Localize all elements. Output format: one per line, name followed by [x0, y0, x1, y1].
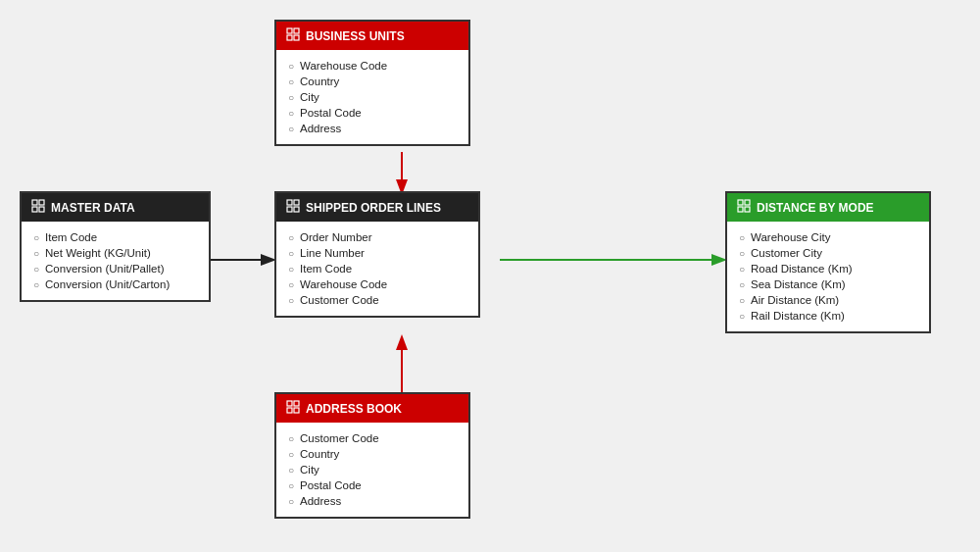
svg-rect-9	[39, 200, 44, 205]
svg-rect-7	[294, 35, 299, 40]
svg-rect-4	[287, 28, 292, 33]
svg-rect-8	[32, 200, 37, 205]
distance-by-mode-body: Warehouse City Customer City Road Distan…	[727, 222, 929, 331]
shipped-order-lines-header: SHIPPED ORDER LINES	[276, 193, 478, 222]
svg-rect-6	[287, 35, 292, 40]
svg-rect-21	[294, 401, 299, 406]
distance-by-mode-table: DISTANCE BY MODE Warehouse City Customer…	[725, 191, 931, 333]
list-item: Customer Code	[288, 292, 466, 308]
svg-rect-16	[738, 200, 743, 205]
distance-by-mode-header: DISTANCE BY MODE	[727, 193, 929, 222]
list-item: Warehouse City	[739, 229, 917, 245]
shipped-order-lines-body: Order Number Line Number Item Code Wareh…	[276, 222, 478, 316]
svg-rect-15	[294, 207, 299, 212]
list-item: Sea Distance (Km)	[739, 276, 917, 292]
list-item: Postal Code	[288, 477, 457, 493]
business-units-table: BUSINESS UNITS Warehouse Code Country Ci…	[274, 20, 470, 146]
shipped-order-lines-table: SHIPPED ORDER LINES Order Number Line Nu…	[274, 191, 480, 318]
master-data-header: MASTER DATA	[22, 193, 209, 222]
list-item: Customer Code	[288, 430, 457, 446]
svg-rect-14	[287, 207, 292, 212]
list-item: Address	[288, 493, 457, 509]
diagram-container: BUSINESS UNITS Warehouse Code Country Ci…	[0, 0, 980, 552]
address-book-table: ADDRESS BOOK Customer Code Country City …	[274, 392, 470, 519]
list-item: Postal Code	[288, 105, 457, 121]
svg-rect-22	[287, 408, 292, 413]
list-item: Net Weight (KG/Unit)	[33, 245, 197, 261]
list-item: Item Code	[33, 229, 197, 245]
svg-rect-18	[738, 207, 743, 212]
svg-rect-5	[294, 28, 299, 33]
grid-icon	[286, 199, 300, 216]
list-item: Item Code	[288, 261, 466, 276]
list-item: Air Distance (Km)	[739, 292, 917, 308]
shipped-order-lines-title: SHIPPED ORDER LINES	[306, 201, 441, 215]
address-book-title: ADDRESS BOOK	[306, 402, 402, 416]
business-units-header: BUSINESS UNITS	[276, 22, 468, 50]
list-item: Conversion (Unit/Carton)	[33, 276, 197, 292]
list-item: Warehouse Code	[288, 58, 457, 74]
grid-icon	[737, 199, 751, 216]
svg-rect-12	[287, 200, 292, 205]
list-item: Order Number	[288, 229, 466, 245]
list-item: Address	[288, 121, 457, 136]
list-item: Conversion (Unit/Pallet)	[33, 261, 197, 276]
svg-rect-10	[32, 207, 37, 212]
list-item: Road Distance (Km)	[739, 261, 917, 276]
svg-rect-11	[39, 207, 44, 212]
business-units-body: Warehouse Code Country City Postal Code …	[276, 50, 468, 144]
master-data-table: MASTER DATA Item Code Net Weight (KG/Uni…	[20, 191, 211, 302]
svg-rect-20	[287, 401, 292, 406]
master-data-title: MASTER DATA	[51, 201, 135, 215]
grid-icon	[286, 27, 300, 44]
svg-rect-17	[745, 200, 750, 205]
svg-rect-19	[745, 207, 750, 212]
master-data-body: Item Code Net Weight (KG/Unit) Conversio…	[22, 222, 209, 300]
list-item: Country	[288, 74, 457, 89]
list-item: City	[288, 462, 457, 477]
svg-rect-13	[294, 200, 299, 205]
address-book-body: Customer Code Country City Postal Code A…	[276, 423, 468, 517]
business-units-title: BUSINESS UNITS	[306, 29, 405, 43]
svg-rect-23	[294, 408, 299, 413]
list-item: Rail Distance (Km)	[739, 308, 917, 324]
grid-icon	[286, 400, 300, 417]
list-item: City	[288, 89, 457, 105]
distance-by-mode-title: DISTANCE BY MODE	[757, 201, 874, 215]
list-item: Warehouse Code	[288, 276, 466, 292]
list-item: Line Number	[288, 245, 466, 261]
list-item: Customer City	[739, 245, 917, 261]
address-book-header: ADDRESS BOOK	[276, 394, 468, 423]
grid-icon	[31, 199, 45, 216]
list-item: Country	[288, 446, 457, 462]
